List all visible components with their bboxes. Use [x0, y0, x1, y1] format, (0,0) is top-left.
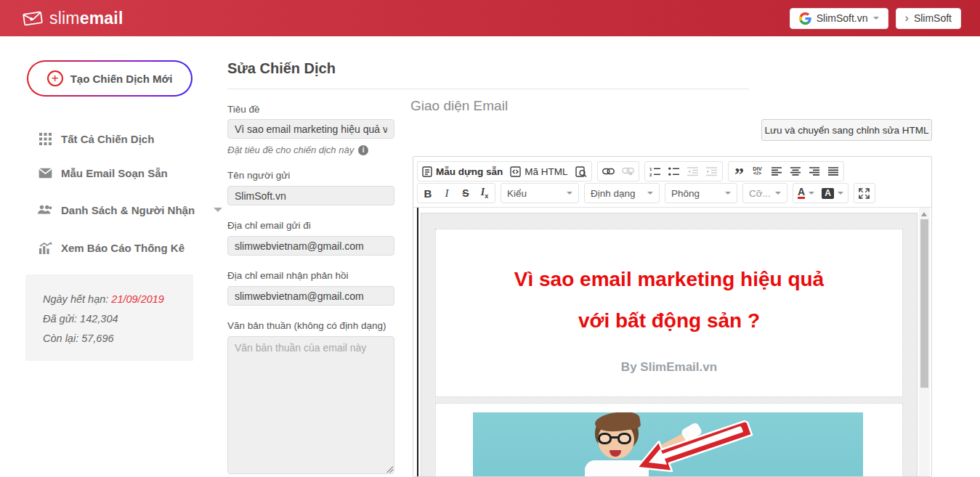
- preview-icon: [575, 166, 587, 177]
- chevron-down-icon: [725, 192, 731, 195]
- chart-icon: [38, 240, 52, 255]
- expiry-line: Ngày hết hạn: 21/09/2019: [43, 290, 193, 309]
- sidebar-item-label: Mẫu Email Soạn Sẵn: [61, 167, 168, 179]
- preview-button[interactable]: [572, 163, 591, 180]
- new-campaign-button[interactable]: + Tạo Chiến Dịch Mới: [27, 60, 193, 97]
- google-account-label: SlimSoft.vn: [817, 12, 868, 24]
- sidebar-item-email-templates[interactable]: Mẫu Email Soạn Sẵn: [38, 166, 168, 180]
- email-heading-line2: với bất động sản ?: [436, 311, 902, 331]
- align-left-button[interactable]: [767, 163, 786, 180]
- workspace-label: SlimSoft: [914, 12, 952, 24]
- sidebar-item-label: Xem Báo Cáo Thống Kê: [61, 242, 185, 254]
- scrollbar-thumb[interactable]: [920, 219, 928, 388]
- div-container-button[interactable]: DIV </>: [748, 163, 767, 180]
- ordered-list-icon: 1 2: [649, 166, 660, 176]
- sidebar-item-label: Tất Cả Chiến Dịch: [61, 133, 154, 145]
- outdent-icon: [687, 167, 698, 176]
- strikethrough-button[interactable]: S: [456, 184, 475, 202]
- html-source-button[interactable]: Mã HTML: [506, 163, 571, 180]
- email-hero-image[interactable]: [473, 412, 863, 476]
- chevron-down-icon: [809, 192, 814, 195]
- chevron-down-icon: [647, 192, 653, 195]
- email-heading-line1: Vì sao email marketing hiệu quả: [436, 269, 902, 290]
- replyto-email-input[interactable]: [227, 286, 394, 306]
- link-button[interactable]: [599, 163, 618, 180]
- users-icon: [38, 203, 52, 217]
- chevron-down-icon: [214, 208, 222, 212]
- chevron-right-icon: ›: [905, 12, 909, 24]
- maximize-button[interactable]: [855, 184, 874, 202]
- title-field-label: Tiêu đề: [227, 104, 260, 115]
- align-justify-button[interactable]: [824, 163, 843, 180]
- remaining-value: 57,696: [81, 333, 113, 344]
- save-and-edit-html-button[interactable]: Lưu và chuyển sang chỉnh sửa HTML: [761, 119, 932, 141]
- sidebar-item-all-campaigns[interactable]: Tất Cả Chiến Dịch: [38, 131, 154, 146]
- unlink-icon: [622, 167, 634, 176]
- templates-button[interactable]: Mẫu dựng sẵn: [418, 163, 506, 180]
- sidebar-item-lists-recipients[interactable]: Danh Sách & Người Nhận: [38, 203, 222, 217]
- logo-text: slimemail: [49, 9, 123, 28]
- scroll-up-arrow[interactable]: [921, 212, 927, 216]
- document-icon: [422, 166, 432, 177]
- align-center-button[interactable]: [786, 163, 805, 180]
- svg-text:1: 1: [649, 167, 652, 171]
- person-glasses-left: [598, 433, 612, 444]
- workspace-button[interactable]: › SlimSoft: [896, 8, 961, 29]
- align-right-icon: [809, 167, 819, 176]
- email-image-block[interactable]: [435, 403, 903, 476]
- from-email-input[interactable]: [227, 236, 394, 256]
- sender-input[interactable]: [227, 186, 394, 205]
- google-account-button[interactable]: SlimSoft.vn: [790, 8, 888, 29]
- title-input[interactable]: [227, 119, 394, 139]
- indent-button[interactable]: [702, 163, 721, 180]
- person-glasses-right: [617, 433, 631, 444]
- bold-button[interactable]: B: [418, 184, 437, 202]
- chevron-down-icon: [567, 192, 572, 195]
- sidebar-item-reports[interactable]: Xem Báo Cáo Thống Kê: [38, 240, 185, 255]
- canvas-left-border: [417, 208, 418, 476]
- remaining-line: Còn lại: 57,696: [43, 329, 193, 348]
- sent-value: 142,304: [80, 313, 118, 325]
- text-color-button[interactable]: A: [794, 184, 818, 202]
- svg-text:2: 2: [649, 173, 652, 177]
- info-icon[interactable]: i: [358, 145, 368, 155]
- unlink-button[interactable]: [618, 163, 638, 180]
- expiry-date: 21/09/2019: [111, 293, 164, 305]
- font-size-dropdown[interactable]: Cỡ...: [742, 183, 787, 203]
- div-container-icon: DIV </>: [753, 167, 762, 176]
- remove-format-button[interactable]: Ix: [475, 184, 494, 202]
- chevron-down-icon: [838, 192, 843, 195]
- envelope-logo-icon: [22, 9, 44, 27]
- quote-icon: ”: [734, 164, 742, 179]
- ordered-list-button[interactable]: 1 2: [646, 163, 665, 180]
- outdent-button[interactable]: [684, 163, 702, 180]
- styles-dropdown[interactable]: Kiểu: [501, 183, 579, 203]
- font-dropdown[interactable]: Phông: [665, 183, 737, 203]
- bg-color-button[interactable]: A: [818, 184, 847, 202]
- email-header-block[interactable]: Vì sao email marketing hiệu quả với bất …: [435, 229, 903, 397]
- plus-circle-icon: +: [47, 70, 63, 86]
- bg-color-icon: A: [822, 188, 834, 199]
- align-right-button[interactable]: [805, 163, 824, 180]
- blockquote-button[interactable]: ”: [729, 163, 748, 180]
- chevron-down-icon: [775, 192, 781, 195]
- text-color-icon: A: [798, 187, 805, 199]
- bullet-list-button[interactable]: [665, 163, 684, 180]
- editor-canvas[interactable]: Vì sao email marketing hiệu quả với bất …: [413, 208, 931, 476]
- title-help-text: Đặt tiêu đề cho chiến dịch này i: [227, 144, 368, 155]
- italic-button[interactable]: I: [437, 184, 456, 202]
- app-logo[interactable]: slimemail: [22, 9, 123, 28]
- plaintext-field-label: Văn bản thuần (không có định dạng): [227, 320, 386, 331]
- align-justify-icon: [828, 167, 838, 176]
- maximize-icon: [859, 188, 870, 199]
- new-campaign-label: Tạo Chiến Dịch Mới: [70, 73, 173, 85]
- top-header: slimemail SlimSoft.vn › SlimSoft: [0, 0, 980, 36]
- quota-info-box: Ngày hết hạn: 21/09/2019 Đã gửi: 142,304…: [25, 274, 193, 361]
- email-outer-wrapper[interactable]: Vì sao email marketing hiệu quả với bất …: [421, 213, 918, 476]
- sidebar-item-label: Danh Sách & Người Nhận: [61, 204, 195, 216]
- code-icon: [510, 166, 521, 177]
- editor-scrollbar[interactable]: [919, 208, 930, 476]
- plaintext-textarea[interactable]: [227, 336, 394, 474]
- format-dropdown[interactable]: Định dạng: [584, 183, 660, 203]
- email-ui-section-title: Giao diện Email: [410, 98, 508, 114]
